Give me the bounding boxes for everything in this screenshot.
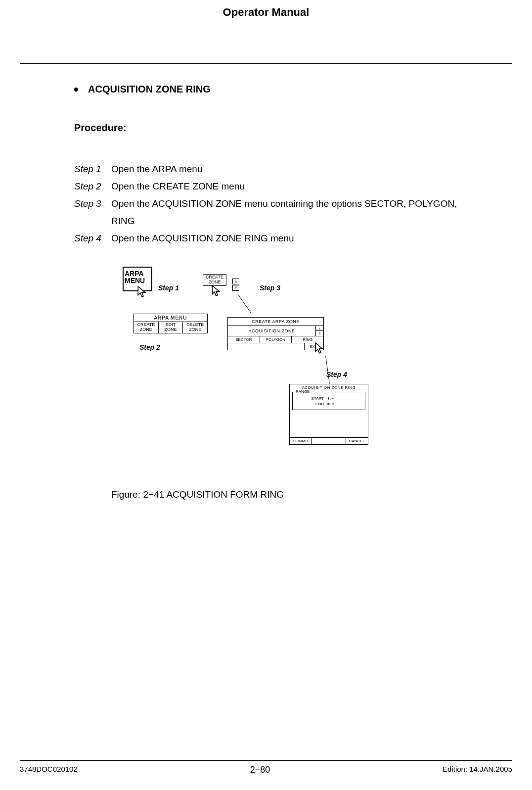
step2-callout: Step 2 xyxy=(139,343,160,351)
step-row: Step 1 Open the ARPA menu xyxy=(74,161,483,178)
step-text: Open the CREATE ZONE menu xyxy=(111,178,483,195)
end-label: END xyxy=(305,402,324,406)
end-value[interactable]: ∗.∗ xyxy=(327,402,335,406)
range-fieldset: RANGE START ∗.∗ END ∗.∗ xyxy=(292,392,365,410)
scroll-up-icon[interactable]: ▲ xyxy=(232,279,239,284)
cursor-icon xyxy=(136,285,149,298)
footer-edition: Edition: 14.JAN.2005 xyxy=(443,765,512,775)
step-row: Step 2 Open the CREATE ZONE menu xyxy=(74,178,483,195)
step4-callout: Step 4 xyxy=(326,371,347,378)
divider-top xyxy=(20,63,512,64)
connector-line xyxy=(325,356,330,384)
step-label: Step 2 xyxy=(74,178,111,195)
connector-line xyxy=(237,294,251,313)
arpa-menu-line1: ARPA xyxy=(125,270,150,277)
caz-title: CREATE ARPA ZONE xyxy=(228,318,323,325)
arpa-submenu-panel: ARPA MENU CREATEZONE EDITZONE DELETEZONE xyxy=(133,314,208,333)
step-text: Open the ACQUISITION ZONE RING menu xyxy=(111,230,483,247)
start-value[interactable]: ∗.∗ xyxy=(327,396,335,401)
footer-doc-id: 3748DOC020102 xyxy=(20,765,78,775)
start-label: START xyxy=(305,396,324,401)
step-text: Open the ARPA menu xyxy=(111,161,483,178)
section-title-text: ACQUISITION ZONE RING xyxy=(88,84,211,95)
section-title: ACQUISITION ZONE RING xyxy=(74,84,483,95)
figure-caption: Figure: 2−41 ACQUISITION FORM RING xyxy=(111,489,483,500)
divider-bottom xyxy=(20,760,512,761)
scroll-down-icon[interactable]: ▼ xyxy=(232,285,239,291)
content-area: ACQUISITION ZONE RING Procedure: Step 1 … xyxy=(0,84,532,500)
step1-callout: Step 1 xyxy=(158,284,179,292)
scroll-arrows: ▲ ▼ xyxy=(232,279,240,291)
step-label: Step 4 xyxy=(74,230,111,247)
bullet-icon xyxy=(74,88,78,92)
footer-page-number: 2−80 xyxy=(250,765,270,775)
step-label: Step 3 xyxy=(74,195,111,212)
acquisition-zone-ring-menu: ACQUISITION ZONE RING RANGE START ∗.∗ EN… xyxy=(289,384,368,445)
figure-diagram: ARPA MENU Step 1 ARPA MENU CREATEZONE ED… xyxy=(119,267,483,484)
range-label: RANGE xyxy=(295,389,310,394)
submenu-delete-zone[interactable]: DELETEZONE xyxy=(183,322,207,333)
cursor-icon xyxy=(211,284,223,297)
step-row: Step 3 Open the ACQUISITION ZONE menu co… xyxy=(74,195,483,229)
scroll-up-icon[interactable]: ▲ xyxy=(316,326,323,331)
arpa-menu-line2: MENU xyxy=(125,277,150,284)
cursor-icon xyxy=(314,342,327,355)
cancel-button[interactable]: CANCEL xyxy=(346,438,368,444)
commit-button[interactable]: COMMIT xyxy=(290,438,312,444)
caz-subtitle: ACQUISITION ZONE xyxy=(228,326,315,335)
steps-list: Step 1 Open the ARPA menu Step 2 Open th… xyxy=(74,161,483,247)
submenu-edit-zone[interactable]: EDITZONE xyxy=(159,322,183,333)
page-footer: 3748DOC020102 2−80 Edition: 14.JAN.2005 xyxy=(20,760,512,775)
procedure-label: Procedure: xyxy=(74,122,483,134)
step-label: Step 1 xyxy=(74,161,111,178)
step3-callout: Step 3 xyxy=(260,284,280,292)
create-arpa-zone-menu: CREATE ARPA ZONE ACQUISITION ZONE ▲ ▼ SE… xyxy=(227,317,324,350)
option-polygon[interactable]: POLYGON xyxy=(260,336,292,343)
submenu-create-zone[interactable]: CREATEZONE xyxy=(134,322,159,333)
arpa-submenu-title: ARPA MENU xyxy=(134,314,207,322)
step-text: Open the ACQUISITION ZONE menu containin… xyxy=(111,195,483,229)
scroll-down-icon[interactable]: ▼ xyxy=(316,331,323,336)
option-sector[interactable]: SECTOR xyxy=(228,336,260,343)
step-row: Step 4 Open the ACQUISITION ZONE RING me… xyxy=(74,230,483,247)
header-title: Operator Manual xyxy=(223,6,310,18)
page-header: Operator Manual xyxy=(0,0,532,63)
